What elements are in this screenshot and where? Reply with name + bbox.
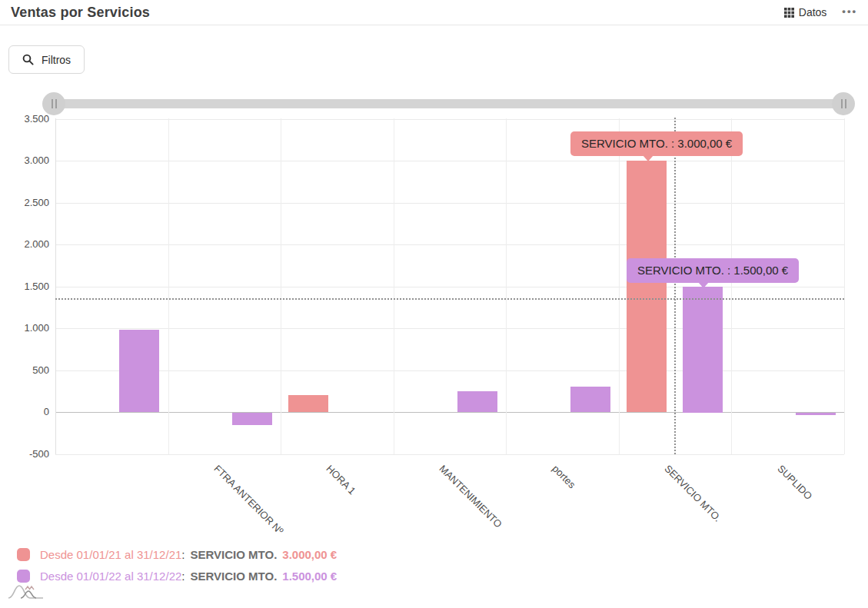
gridline-vertical bbox=[281, 118, 281, 454]
gridline-horizontal bbox=[55, 370, 844, 371]
legend-item[interactable]: Desde 01/01/22 al 31/12/22:SERVICIO MTO.… bbox=[17, 569, 337, 583]
legend-text: Desde 01/01/21 al 31/12/21 bbox=[40, 548, 181, 561]
table-grid-icon bbox=[784, 8, 794, 18]
crosshair-horizontal-line bbox=[55, 298, 844, 300]
gridline-horizontal bbox=[55, 454, 844, 455]
y-axis-labels: 3.5003.0002.5002.0001.5001.0005000-500 bbox=[0, 118, 49, 460]
bar-series-2022[interactable] bbox=[119, 330, 159, 412]
gridline-horizontal bbox=[55, 119, 844, 120]
category-label: HORA 1 bbox=[324, 463, 358, 497]
y-axis-line bbox=[55, 118, 56, 454]
header: Ventas por Servicios Datos ••• bbox=[0, 0, 868, 25]
bar-series-2022[interactable] bbox=[457, 391, 497, 412]
category-label: portes bbox=[550, 463, 577, 490]
legend-text: : bbox=[181, 570, 185, 583]
legend-text: 3.000,00 € bbox=[282, 548, 337, 561]
legend-item[interactable]: Desde 01/01/21 al 31/12/21:SERVICIO MTO.… bbox=[17, 547, 337, 561]
y-axis-tick-label: -500 bbox=[0, 448, 49, 460]
legend-text: : bbox=[181, 548, 185, 561]
legend-text: SERVICIO MTO. bbox=[191, 570, 278, 583]
page-title: Ventas por Servicios bbox=[11, 5, 150, 21]
y-axis-tick-label: 3.500 bbox=[0, 113, 49, 125]
gridline-vertical bbox=[506, 118, 507, 454]
y-axis-tick-label: 2.000 bbox=[0, 238, 49, 251]
gridline-vertical bbox=[619, 118, 620, 454]
tooltip-series-2022: SERVICIO MTO. : 1.500,00 € bbox=[627, 258, 799, 283]
bar-series-2022[interactable] bbox=[796, 413, 836, 415]
scrollbar-grip-right[interactable] bbox=[832, 92, 855, 115]
chart-legend: Desde 01/01/21 al 31/12/21:SERVICIO MTO.… bbox=[17, 547, 337, 590]
category-label: SUPLIDO bbox=[775, 463, 814, 502]
gridline-vertical bbox=[394, 118, 394, 454]
scrollbar-grip-left[interactable] bbox=[42, 92, 65, 115]
bar-series-2022[interactable] bbox=[232, 413, 272, 425]
amcharts-logo[interactable] bbox=[8, 582, 45, 600]
gridline-horizontal bbox=[55, 412, 844, 413]
category-label: SERVICIO MTO. bbox=[662, 463, 723, 524]
gridline-horizontal bbox=[55, 244, 844, 245]
bar-series-2022[interactable] bbox=[570, 387, 610, 412]
gridline-horizontal bbox=[55, 203, 844, 204]
y-axis-tick-label: 1.500 bbox=[0, 281, 49, 293]
legend-swatch bbox=[17, 570, 30, 583]
more-menu-button[interactable]: ••• bbox=[842, 5, 857, 20]
category-label: MANTENIMIENTO bbox=[437, 463, 504, 530]
gridline-horizontal bbox=[55, 328, 844, 329]
legend-swatch bbox=[17, 548, 30, 561]
bar-series-2022[interactable] bbox=[683, 287, 723, 413]
y-axis-tick-label: 0 bbox=[0, 406, 49, 418]
bar-series-2021[interactable] bbox=[288, 395, 328, 412]
y-axis-tick-label: 1.000 bbox=[0, 322, 49, 334]
legend-text: SERVICIO MTO. bbox=[191, 548, 278, 561]
tooltip-series-2021: SERVICIO MTO. : 3.000,00 € bbox=[570, 131, 743, 156]
gridline-horizontal bbox=[55, 287, 844, 287]
y-axis-tick-label: 3.000 bbox=[0, 154, 49, 167]
bar-series-2021[interactable] bbox=[627, 161, 667, 412]
y-axis-tick-label: 2.500 bbox=[0, 197, 49, 209]
category-label: FTRA ANTERIOR Nº bbox=[211, 463, 285, 537]
gridline-horizontal bbox=[55, 161, 844, 161]
ellipsis-menu-icon: ••• bbox=[842, 5, 857, 17]
search-icon bbox=[22, 54, 34, 65]
category-axis-labels: FTRA ANTERIOR NºHORA 1MANTENIMIENTOporte… bbox=[55, 463, 863, 547]
legend-text: 1.500,00 € bbox=[282, 570, 337, 583]
gridline-vertical bbox=[168, 118, 169, 454]
filtros-button[interactable]: Filtros bbox=[8, 45, 85, 74]
gridline-vertical bbox=[844, 118, 845, 454]
y-axis-tick-label: 500 bbox=[0, 364, 49, 377]
bar-chart-plot bbox=[55, 118, 845, 454]
gridline-vertical bbox=[731, 118, 732, 454]
scrollbar-track[interactable] bbox=[54, 99, 844, 108]
crosshair-vertical-line bbox=[674, 118, 676, 454]
datos-button[interactable]: Datos bbox=[784, 6, 827, 18]
legend-text: Desde 01/01/22 al 31/12/22 bbox=[40, 570, 181, 583]
datos-label: Datos bbox=[799, 6, 827, 18]
filtros-label: Filtros bbox=[42, 54, 71, 66]
